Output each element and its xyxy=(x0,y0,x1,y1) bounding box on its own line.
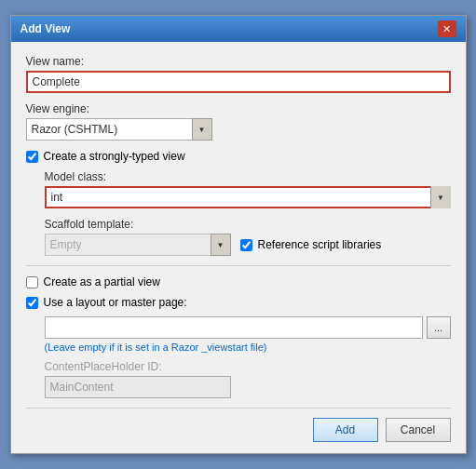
reference-scripts-label[interactable]: Reference script libraries xyxy=(258,238,382,251)
layout-input-row: ... xyxy=(45,316,451,339)
view-name-input[interactable] xyxy=(26,71,451,93)
strongly-typed-section: Model class: ▼ Scaffold template: Empty … xyxy=(45,170,451,256)
view-name-label: View name: xyxy=(26,55,451,68)
title-bar: Add View ✕ xyxy=(11,16,466,42)
dialog-title: Add View xyxy=(20,22,71,35)
scaffold-row: Empty ▼ Reference script libraries xyxy=(45,234,451,256)
partial-view-label[interactable]: Create as a partial view xyxy=(44,275,160,288)
view-engine-select[interactable]: Razor (CSHTML) xyxy=(26,118,212,141)
layout-section: ... (Leave empty if it is set in a Razor… xyxy=(45,316,451,398)
scaffold-select[interactable]: Empty xyxy=(45,234,231,256)
scaffold-select-wrapper: Empty ▼ xyxy=(45,234,231,256)
scaffold-group: Scaffold template: Empty ▼ Reference scr… xyxy=(45,218,451,256)
divider-1 xyxy=(26,265,451,266)
layout-path-input[interactable] xyxy=(45,316,423,339)
view-engine-select-wrapper: Razor (CSHTML) ▼ xyxy=(26,118,212,141)
view-name-group: View name: xyxy=(26,55,451,93)
content-placeholder-label: ContentPlaceHolder ID: xyxy=(45,360,451,373)
model-class-group: Model class: ▼ xyxy=(45,170,451,208)
partial-view-checkbox[interactable] xyxy=(26,276,38,288)
strongly-typed-checkbox[interactable] xyxy=(26,151,38,163)
partial-view-row: Create as a partial view xyxy=(26,275,451,288)
use-layout-label[interactable]: Use a layout or master page: xyxy=(44,296,187,309)
button-row: Add Cancel xyxy=(26,408,451,442)
view-engine-label: View engine: xyxy=(26,102,451,115)
use-layout-row: Use a layout or master page: xyxy=(26,296,451,309)
scaffold-template-label: Scaffold template: xyxy=(45,218,451,231)
model-class-label: Model class: xyxy=(45,170,451,183)
reference-scripts-row: Reference script libraries xyxy=(240,238,382,251)
cancel-button[interactable]: Cancel xyxy=(386,418,451,442)
layout-hint: (Leave empty if it is set in a Razor _vi… xyxy=(45,342,451,353)
strongly-typed-label[interactable]: Create a strongly-typed view xyxy=(44,150,185,163)
close-button[interactable]: ✕ xyxy=(438,20,456,37)
dialog-content: View name: View engine: Razor (CSHTML) ▼… xyxy=(11,42,466,453)
model-class-input[interactable] xyxy=(45,186,451,208)
content-placeholder-input[interactable] xyxy=(45,376,231,398)
add-button[interactable]: Add xyxy=(313,418,378,442)
add-view-dialog: Add View ✕ View name: View engine: Razor… xyxy=(10,15,467,454)
content-placeholder-group: ContentPlaceHolder ID: xyxy=(45,360,451,398)
reference-scripts-checkbox[interactable] xyxy=(240,239,252,251)
view-engine-group: View engine: Razor (CSHTML) ▼ xyxy=(26,102,451,141)
browse-button[interactable]: ... xyxy=(427,316,451,339)
use-layout-checkbox[interactable] xyxy=(26,297,38,309)
model-class-input-wrapper: ▼ xyxy=(45,186,451,208)
strongly-typed-row: Create a strongly-typed view xyxy=(26,150,451,163)
